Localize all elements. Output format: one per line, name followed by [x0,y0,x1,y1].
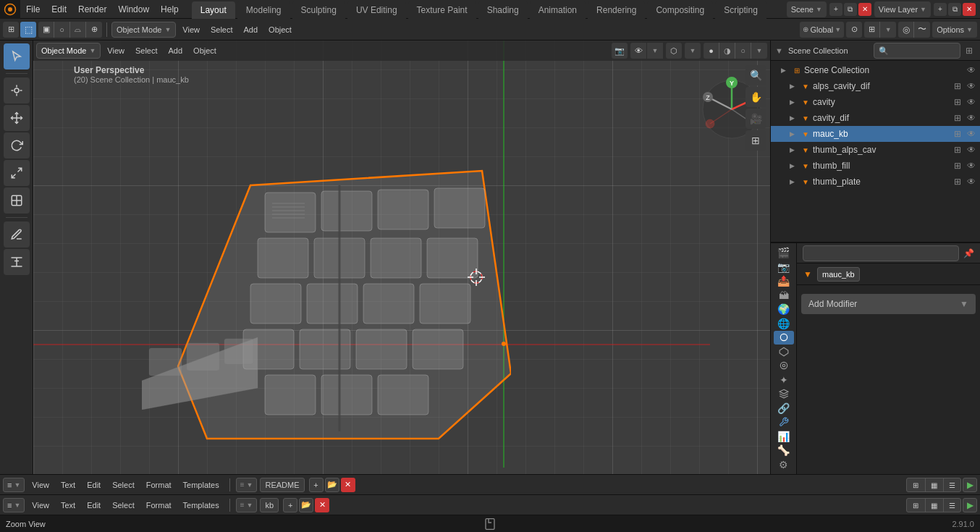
pivot-point-btn[interactable]: ⊙ [846,22,862,38]
outliner-item-thumb-plate[interactable]: ▶ ▼ thumb_plate ⊞ 👁 [771,174,980,190]
eb2-encoding-dropdown[interactable]: ≡ ▼ [236,498,258,512]
tab-sculpting[interactable]: Sculpting [292,1,345,19]
eb2-view-menu[interactable]: View [28,498,54,512]
vp-select-menu[interactable]: Select [131,43,162,58]
proportional-edit-btn[interactable]: ◎ [898,22,914,38]
prop-tab-settings[interactable]: ⚙ [774,458,794,472]
select-other-tool[interactable]: ⊕ [86,22,102,38]
rotate-tool-btn[interactable] [4,132,30,159]
select-box-btn[interactable]: ⬚ [20,22,36,38]
select-box-tool[interactable]: ▣ [38,22,54,38]
tab-layout[interactable]: Layout [192,1,235,19]
transform-orientation[interactable]: ⊕ Global ▼ [800,22,844,38]
vl-close-btn[interactable]: ✕ [963,3,976,16]
tab-texture-paint[interactable]: Texture Paint [408,1,476,19]
prop-tab-mesh[interactable] [774,345,794,359]
snap-dropdown[interactable]: ▼ [880,22,896,38]
eb1-open-btn[interactable]: 📂 [325,478,339,492]
options-btn[interactable]: Options ▼ [932,22,977,38]
proportional-curve-btn[interactable]: 〜 [914,22,930,38]
menu-file[interactable]: File [20,0,46,18]
properties-search[interactable] [803,245,959,261]
header-add-menu[interactable]: Add [240,22,263,37]
eb1-play-btn[interactable]: ▶ [963,478,977,492]
select-lasso-tool[interactable]: ⌓ [70,22,86,38]
viewport-mode-dropdown[interactable]: Object Mode ▼ [36,43,101,59]
eb1-grid2-btn[interactable]: ▦ [925,478,942,492]
prop-tab-constraints[interactable]: 🔗 [774,402,794,415]
scene-copy-btn[interactable]: ⧉ [844,3,857,16]
cursor-tool-btn[interactable] [4,77,30,104]
eb1-select-menu[interactable]: Select [108,478,139,492]
eb1-close-btn[interactable]: ✕ [341,478,355,492]
orbit-btn[interactable]: 🎥 [745,109,766,129]
object-mode-dropdown[interactable]: Object Mode ▼ [111,22,176,38]
vl-new-btn[interactable]: + [934,3,947,16]
view-layer-selector[interactable]: View Layer ▼ [874,1,931,17]
shade-dropdown[interactable]: ▼ [751,43,767,59]
object-name-field[interactable]: mauc_kb [817,267,860,282]
eb2-new-btn[interactable]: + [283,498,297,512]
menu-render[interactable]: Render [72,0,112,18]
eb2-grid1-btn[interactable]: ⊞ [907,499,924,512]
outliner-item-cavity[interactable]: ▶ ▼ cavity ⊞ 👁 [771,94,980,110]
editor-type-btn[interactable]: ⊞ [3,22,19,38]
tab-uv-editing[interactable]: UV Editing [347,1,406,19]
outliner-filter-btn[interactable]: ⊞ [963,44,976,57]
select-tool-btn[interactable] [4,43,30,69]
prop-tab-render[interactable]: 📷 [774,261,794,274]
menu-edit[interactable]: Edit [46,0,72,18]
eb1-edit-menu[interactable]: Edit [83,478,105,492]
show-overlays-btn[interactable]: ⬡ [666,43,682,59]
viewport-view-dropdown[interactable]: ▼ [647,43,663,59]
tab-rendering[interactable]: Rendering [588,1,645,19]
scene-new-btn[interactable]: + [829,3,842,16]
show-overlays-dropdown[interactable]: ▼ [685,43,701,59]
camera-view-btn[interactable]: ⊞ [745,130,766,151]
prop-tab-scene[interactable]: 🎬 [774,246,794,260]
viewport[interactable]: Object Mode ▼ View Select Add Object 📷 👁… [33,41,770,474]
eb1-grid1-btn[interactable]: ⊞ [907,478,924,492]
eb2-text-menu[interactable]: Text [56,498,80,512]
header-select-menu[interactable]: Select [206,22,237,37]
vp-add-menu[interactable]: Add [164,43,187,58]
vl-copy-btn[interactable]: ⧉ [948,3,961,16]
material-shade-btn[interactable]: ◑ [719,43,735,59]
solid-shade-btn[interactable]: ● [704,43,719,59]
prop-tab-particles[interactable]: ✦ [774,373,794,387]
eb1-grid3-btn[interactable]: ☰ [943,478,960,492]
eb2-play-btn[interactable]: ▶ [963,498,977,512]
prop-tab-physics[interactable] [774,387,794,401]
scene-selector[interactable]: Scene ▼ [787,1,827,17]
prop-tab-bone[interactable]: 🦴 [774,444,794,457]
outliner-scene-collection[interactable]: ▶ ⊞ Scene Collection 👁 [771,62,980,78]
menu-help[interactable]: Help [155,0,185,18]
scene-close-btn[interactable]: ✕ [858,3,871,16]
eb1-templates-menu[interactable]: Templates [179,478,224,492]
vp-object-menu[interactable]: Object [189,43,221,58]
viewport-view-btn[interactable]: 👁 [630,43,646,59]
prop-tab-modifiers[interactable] [774,415,794,429]
tab-animation[interactable]: Animation [530,1,586,19]
scale-tool-btn[interactable] [4,160,30,186]
outliner-item-mauc-kb[interactable]: ▶ ▼ mauc_kb ⊞ 👁 [771,126,980,142]
eb2-close-btn[interactable]: ✕ [315,498,329,512]
select-circle-tool[interactable]: ○ [54,22,70,38]
prop-tab-scene2[interactable]: 🌍 [774,303,794,316]
tab-scripting[interactable]: Scripting [715,1,766,19]
viewport-camera-icon[interactable]: 📷 [612,43,628,59]
prop-tab-world[interactable]: 🌐 [774,317,794,331]
prop-tab-data[interactable]: 📊 [774,430,794,444]
zoom-in-btn[interactable]: 🔍 [745,65,766,85]
outliner-item-thumb-alps-cav[interactable]: ▶ ▼ thumb_alps_cav ⊞ 👁 [771,142,980,158]
pan-btn[interactable]: ✋ [745,87,766,107]
eb2-select-menu[interactable]: Select [108,498,139,512]
prop-tab-view-layer[interactable]: 🏔 [774,289,794,303]
prop-tab-material[interactable] [774,359,794,373]
outliner-item-alps-cavity-dif[interactable]: ▶ ▼ alps_cavity_dif ⊞ 👁 [771,78,980,94]
outliner-item-thumb-fill[interactable]: ▶ ▼ thumb_fill ⊞ 👁 [771,158,980,174]
vp-view-menu[interactable]: View [103,43,129,58]
snap-btn[interactable]: ⊞ [864,22,880,38]
add-modifier-btn[interactable]: Add Modifier ▼ [801,294,976,314]
tab-modeling[interactable]: Modeling [237,1,290,19]
